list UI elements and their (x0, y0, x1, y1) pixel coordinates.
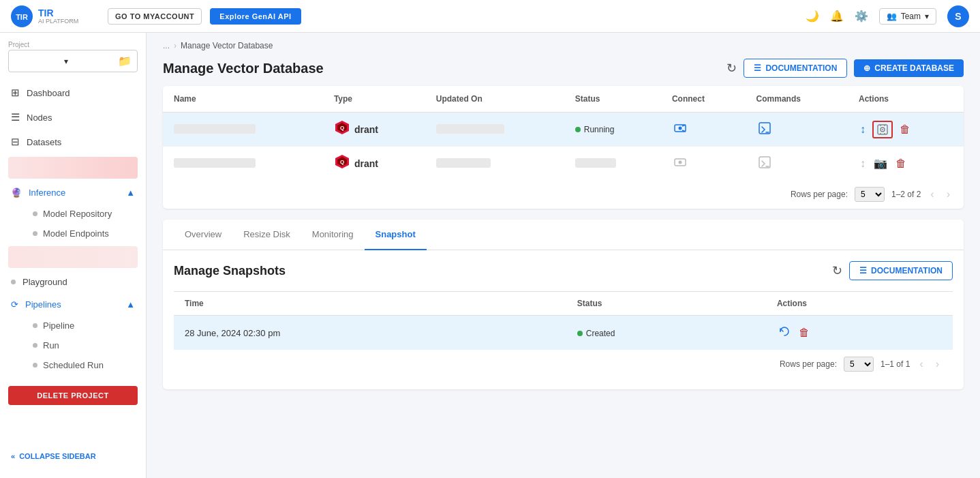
doc-icon: ☰ (754, 63, 761, 73)
sidebar-item-scheduled-run[interactable]: Scheduled Run (22, 355, 146, 375)
settings-icon[interactable]: ⚙️ (855, 10, 868, 23)
tabs-header: Overview Resize Disk Monitoring Snapshot (163, 220, 964, 250)
documentation-button[interactable]: ☰ DOCUMENTATION (744, 59, 847, 78)
sidebar-item-label: Dashboard (27, 88, 70, 98)
logo-title: TIR (38, 8, 78, 18)
cell-connect (661, 147, 746, 181)
sidebar-item-run[interactable]: Run (22, 335, 146, 355)
sort-action-button[interactable]: ↕ (859, 122, 867, 137)
sidebar-item-datasets[interactable]: ⊟ Datasets (0, 130, 146, 154)
svg-point-10 (882, 129, 883, 130)
sidebar-item-model-endpoints[interactable]: Model Endpoints (22, 224, 146, 243)
tab-overview[interactable]: Overview (174, 220, 232, 250)
cell-updated-on (425, 113, 564, 147)
delete-snapshot-button[interactable]: 🗑 (797, 325, 811, 340)
cell-commands (746, 113, 848, 147)
breadcrumb-parent[interactable]: ... (163, 41, 170, 50)
snapshots-pagination: Rows per page: 5 10 1–1 of 1 ‹ › (174, 350, 953, 378)
team-dropdown-icon: ▾ (925, 12, 929, 21)
snap-pagination-prev[interactable]: ‹ (917, 358, 925, 370)
svg-point-15 (678, 160, 682, 164)
project-selector[interactable]: ▾ 📁 (8, 50, 138, 72)
inference-collapse-icon: ▲ (126, 188, 135, 198)
page-title: Manage Vector Database (163, 61, 324, 76)
inference-sub: Model Repository Model Endpoints (0, 204, 146, 243)
qdrant-name: drant (354, 158, 378, 169)
sidebar-section-pipelines[interactable]: ⟳ Pipelines ▲ (0, 293, 146, 316)
rows-per-page-select[interactable]: 5 10 25 (855, 187, 885, 202)
tab-resize-disk[interactable]: Resize Disk (232, 220, 301, 250)
inference-label: Inference (29, 188, 65, 198)
pagination-prev[interactable]: ‹ (928, 188, 936, 200)
action-icons: ↕ 📷 🗑 (859, 155, 953, 171)
cell-status (564, 147, 661, 181)
inference-icon: 🔮 (11, 188, 22, 198)
delete-project-button[interactable]: DELETE PROJECT (8, 386, 138, 405)
explore-genai-button[interactable]: Explore GenAI API (210, 8, 301, 25)
create-db-icon: ⊕ (863, 63, 870, 73)
snap-rows-per-page-label: Rows per page: (780, 359, 837, 369)
qdrant-logo: Q drant (334, 119, 378, 139)
team-selector[interactable]: 👥 Team ▾ (879, 8, 936, 25)
sidebar-item-dashboard[interactable]: ⊞ Dashboard (0, 80, 146, 105)
logo: TIR TIR AI PLATFORM (11, 5, 99, 27)
sort-action-button-inactive[interactable]: ↕ (859, 156, 867, 171)
dark-mode-icon[interactable]: 🌙 (806, 10, 819, 23)
status-blurred (575, 158, 616, 168)
pagination-next[interactable]: › (944, 188, 953, 200)
action-icons: ↕ (859, 121, 953, 138)
project-dropdown-icon: ▾ (64, 57, 68, 66)
delete-action-button-2[interactable]: 🗑 (894, 156, 908, 171)
sidebar-item-pipeline[interactable]: Pipeline (22, 316, 146, 335)
dot-icon (33, 343, 37, 348)
name-blurred (174, 124, 256, 134)
pagination-info: 1–2 of 2 (891, 190, 921, 199)
tab-monitoring[interactable]: Monitoring (301, 220, 365, 250)
connect-button[interactable] (672, 120, 688, 139)
dot-icon (33, 323, 37, 328)
cell-actions: ↕ 📷 🗑 (848, 147, 964, 181)
col-commands: Commands (746, 86, 848, 113)
tabs-container: Overview Resize Disk Monitoring Snapshot… (163, 220, 964, 389)
snapshots-refresh-button[interactable]: ↻ (832, 263, 842, 278)
go-to-myaccount-button[interactable]: GO TO MYACCOUNT (108, 8, 202, 25)
tab-snapshot[interactable]: Snapshot (365, 220, 427, 250)
sidebar-item-label: Nodes (27, 113, 52, 123)
qdrant-icon: Q (334, 119, 350, 139)
snapshots-table: Time Status Actions 28 June, 2024 02:30 … (174, 291, 953, 350)
table-row: Q drant (163, 113, 964, 147)
vector-db-table-container: Name Type Updated On Status Connect Comm… (163, 86, 964, 209)
sidebar-item-playground[interactable]: Playground (0, 271, 146, 293)
snap-cell-actions: 🗑 (766, 316, 953, 350)
snapshot-action-button[interactable] (872, 121, 893, 138)
commands-button[interactable] (756, 120, 773, 139)
svg-text:Q: Q (340, 159, 344, 165)
snap-col-actions: Actions (766, 292, 953, 316)
notification-icon[interactable]: 🔔 (830, 10, 844, 23)
snap-pagination-next[interactable]: › (933, 358, 942, 370)
snapshots-documentation-button[interactable]: ☰ DOCUMENTATION (849, 261, 953, 280)
restore-snapshot-button[interactable] (777, 324, 792, 342)
commands-button-inactive[interactable] (756, 154, 773, 173)
collapse-sidebar-button[interactable]: « COLLAPSE SIDEBAR (8, 448, 138, 464)
collapse-icon: « (11, 452, 15, 460)
refresh-button[interactable]: ↻ (726, 61, 737, 76)
connect-button-inactive[interactable] (672, 154, 688, 173)
project-add-icon: 📁 (118, 55, 132, 68)
sidebar-item-nodes[interactable]: ☰ Nodes (0, 105, 146, 130)
sidebar: Project ▾ 📁 ⊞ Dashboard ☰ Nodes ⊟ Datase… (0, 33, 147, 478)
qdrant-name: drant (354, 124, 378, 135)
delete-action-button[interactable]: 🗑 (898, 122, 912, 137)
sidebar-item-model-repository[interactable]: Model Repository (22, 204, 146, 224)
snap-rows-per-page-select[interactable]: 5 10 (844, 357, 874, 372)
doc-label: DOCUMENTATION (765, 63, 837, 73)
header: TIR TIR AI PLATFORM GO TO MYACCOUNT Expl… (0, 0, 980, 33)
table-row: Q drant (163, 147, 964, 181)
updated-blurred (436, 124, 504, 134)
snapshot-action-button-inactive[interactable]: 📷 (872, 155, 889, 171)
create-database-button[interactable]: ⊕ CREATE DATABASE (854, 59, 964, 77)
avatar[interactable]: S (947, 5, 969, 27)
sidebar-section-inference[interactable]: 🔮 Inference ▲ (0, 181, 146, 204)
model-repository-label: Model Repository (43, 209, 112, 219)
team-label: Team (901, 12, 921, 21)
